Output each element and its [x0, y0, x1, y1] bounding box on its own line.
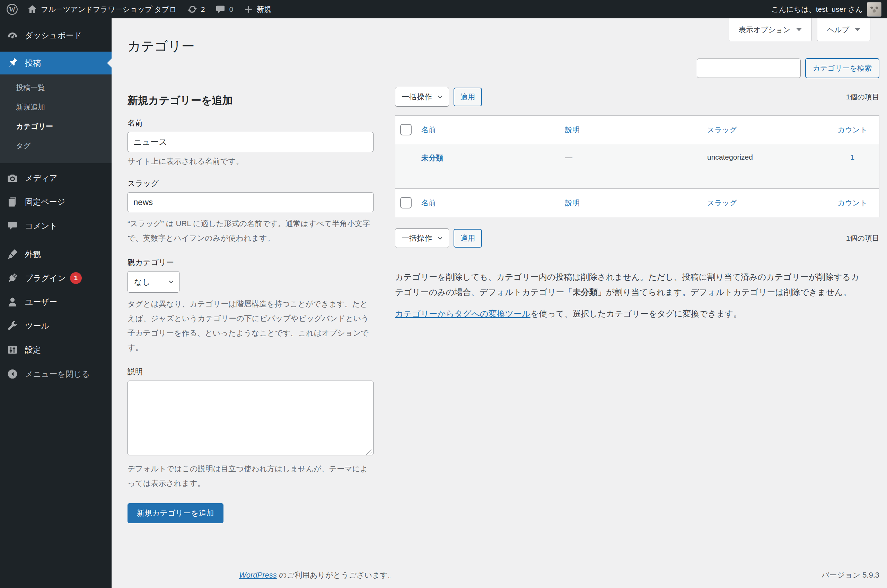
screen-options-label: 表示オプション	[739, 25, 790, 34]
items-count-bottom: 1個の項目	[846, 233, 879, 243]
sidebar-item-label: メニューを閉じる	[25, 369, 90, 380]
bulk-actions-bottom: 一括操作 適用 1個の項目	[395, 228, 879, 248]
sidebar-item-users[interactable]: ユーザー	[0, 292, 111, 312]
category-slug-input[interactable]	[128, 192, 373, 212]
bulk-action-select-bottom[interactable]: 一括操作	[395, 228, 449, 248]
sidebar-item-appearance[interactable]: 外観	[0, 244, 111, 264]
svg-text:W: W	[9, 6, 16, 13]
wordpress-logo-icon: W	[6, 3, 18, 15]
apply-button-bottom[interactable]: 適用	[454, 229, 482, 248]
submenu-item-tags[interactable]: タグ	[0, 136, 111, 156]
new-content-menu[interactable]: 新規	[244, 4, 271, 14]
submenu-item-all-posts[interactable]: 投稿一覧	[0, 78, 111, 97]
submenu-item-categories[interactable]: カテゴリー	[0, 117, 111, 136]
sidebar-item-posts[interactable]: 投稿	[0, 52, 111, 75]
plugins-update-badge: 1	[70, 272, 82, 284]
sidebar-item-label: 固定ページ	[25, 197, 65, 207]
category-name-link[interactable]: 未分類	[421, 154, 443, 162]
site-name: フルーツアンドフラワーショップ タブロ	[41, 4, 177, 14]
wrench-icon	[0, 320, 25, 332]
categories-table: 名前 説明 スラッグ カウント 未分類 — uncategorized 1	[395, 116, 879, 217]
admin-footer: WordPress のご利用ありがとうございます。 バージョン 5.9.3	[239, 570, 879, 580]
sidebar-item-settings[interactable]: 設定	[0, 340, 111, 360]
admin-bar: W フルーツアンドフラワーショップ タブロ 2 0 新規 こんにちは、test_…	[0, 0, 887, 18]
bulk-action-select-top[interactable]: 一括操作	[395, 87, 449, 106]
dashboard-gauge-icon	[0, 29, 25, 41]
convert-note: カテゴリーからタグへの変換ツールを使って、選択したカテゴリーをタグに変換できます…	[395, 308, 879, 319]
plus-icon	[244, 4, 253, 14]
screen-options-tab[interactable]: 表示オプション	[729, 18, 812, 41]
sidebar-item-label: コメント	[25, 220, 57, 231]
sidebar-item-plugins[interactable]: プラグイン 1	[0, 268, 111, 288]
comments-menu[interactable]: 0	[215, 4, 233, 15]
comments-icon	[0, 220, 25, 231]
column-footer-description[interactable]: 説明	[559, 189, 702, 217]
avatar[interactable]	[867, 2, 881, 16]
convert-note-text: を使って、選択したカテゴリーをタグに変換できます。	[531, 309, 742, 318]
collapse-arrow-icon	[0, 369, 25, 380]
footer-thanks: WordPress のご利用ありがとうございます。	[239, 570, 395, 580]
wordpress-link[interactable]: WordPress	[239, 571, 277, 579]
items-count-top: 1個の項目	[846, 92, 879, 102]
slug-help: “スラッグ” は URL に適した形式の名前です。通常はすべて半角小文字で、英数…	[128, 216, 373, 246]
column-header-description[interactable]: 説明	[559, 116, 702, 144]
column-header-slug[interactable]: スラッグ	[702, 116, 826, 144]
collapse-menu-button[interactable]: メニューを閉じる	[0, 364, 111, 384]
add-category-submit-button[interactable]: 新規カテゴリーを追加	[128, 503, 224, 523]
search-categories-button[interactable]: カテゴリーを検索	[805, 58, 879, 78]
form-heading: 新規カテゴリーを追加	[128, 94, 373, 106]
table-row: 未分類 — uncategorized 1	[395, 144, 879, 189]
search-form: カテゴリーを検索	[128, 58, 879, 78]
name-label: 名前	[128, 118, 373, 129]
home-icon	[27, 4, 38, 15]
column-header-count[interactable]: カウント	[826, 116, 879, 144]
category-count-link[interactable]: 1	[851, 153, 855, 161]
comments-count: 0	[229, 5, 233, 14]
sidebar-item-label: ツール	[25, 321, 49, 332]
chevron-down-icon	[436, 93, 444, 101]
slug-label: スラッグ	[128, 178, 373, 189]
category-to-tag-converter-link[interactable]: カテゴリーからタグへの変換ツール	[395, 309, 531, 318]
apply-button-top[interactable]: 適用	[454, 88, 482, 106]
updates-count: 2	[201, 5, 205, 14]
paintbrush-icon	[0, 248, 25, 260]
updates-menu[interactable]: 2	[187, 4, 205, 15]
submenu-item-add-new[interactable]: 新規追加	[0, 97, 111, 117]
sidebar-item-pages[interactable]: 固定ページ	[0, 192, 111, 212]
select-all-checkbox-top[interactable]	[400, 124, 412, 135]
sidebar-item-label: 投稿	[25, 58, 41, 69]
parent-category-value: なし	[134, 277, 150, 287]
pages-icon	[0, 196, 25, 208]
sidebar-item-label: ユーザー	[25, 297, 57, 308]
help-tab[interactable]: ヘルプ	[817, 18, 870, 41]
category-name-input[interactable]	[128, 132, 373, 152]
search-input[interactable]	[697, 58, 801, 78]
parent-category-select[interactable]: なし	[128, 271, 179, 292]
sidebar-item-label: プラグイン	[25, 273, 66, 284]
parent-category-help: タグとは異なり、カテゴリーは階層構造を持つことができます。たとえば、ジャズという…	[128, 297, 373, 355]
column-footer-count[interactable]: カウント	[826, 189, 879, 217]
user-greeting[interactable]: こんにちは、test_user さん	[771, 4, 863, 14]
sidebar-item-tools[interactable]: ツール	[0, 316, 111, 336]
comment-bubble-icon	[215, 4, 226, 15]
help-label: ヘルプ	[827, 25, 849, 34]
sidebar-item-dashboard[interactable]: ダッシュボード	[0, 25, 111, 45]
column-footer-name[interactable]: 名前	[416, 189, 559, 217]
categories-list-panel: 一括操作 適用 1個の項目 名前 説明 スラッグ	[395, 87, 879, 328]
column-header-name[interactable]: 名前	[416, 116, 559, 144]
bulk-action-value: 一括操作	[401, 92, 432, 102]
sidebar-item-comments[interactable]: コメント	[0, 216, 111, 236]
plugin-icon	[0, 272, 25, 284]
sidebar-item-media[interactable]: メディア	[0, 168, 111, 188]
main-content: 表示オプション ヘルプ カテゴリー カテゴリーを検索 新規カテゴリーを追加 名前…	[111, 18, 887, 588]
wordpress-logo-menu[interactable]: W	[6, 3, 18, 15]
column-footer-slug[interactable]: スラッグ	[702, 189, 826, 217]
select-all-checkbox-bottom[interactable]	[400, 197, 412, 208]
new-label: 新規	[257, 4, 271, 14]
category-description-textarea[interactable]	[128, 381, 373, 455]
settings-sliders-icon	[0, 344, 25, 355]
admin-sidebar: ダッシュボード 投稿 投稿一覧 新規追加 カテゴリー タグ メディア 固定ページ…	[0, 18, 111, 588]
site-link[interactable]: フルーツアンドフラワーショップ タブロ	[27, 4, 177, 15]
camera-icon	[0, 172, 25, 184]
parent-category-label: 親カテゴリー	[128, 257, 373, 268]
